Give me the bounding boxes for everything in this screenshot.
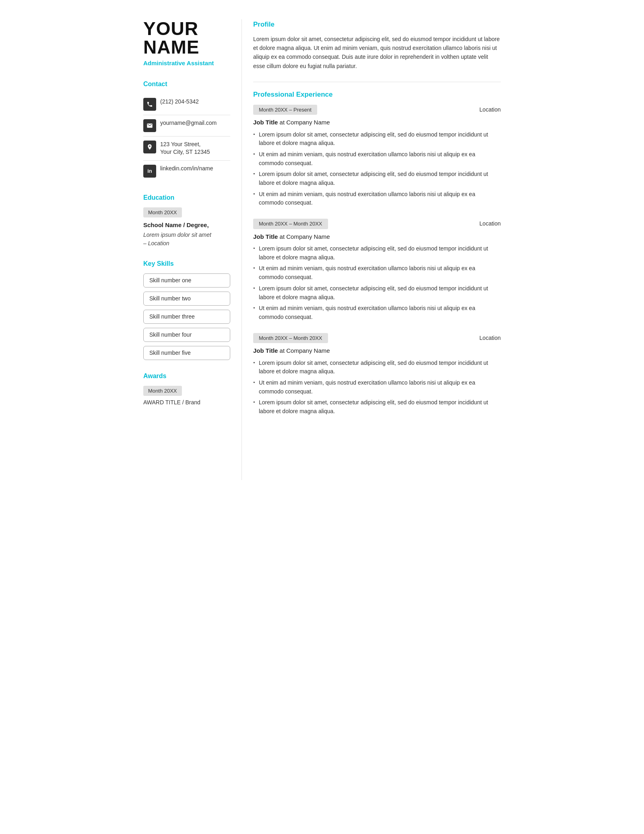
- right-column: Profile Lorem ipsum dolor sit amet, cons…: [242, 19, 515, 480]
- education-section-label: Education: [143, 193, 230, 203]
- address-text: 123 Your Street,Your City, ST 12345: [160, 141, 210, 156]
- exp-job-title-2: Job Title: [253, 233, 278, 240]
- bullet-2-1: Lorem ipsum dolor sit amet, consectetur …: [253, 244, 501, 262]
- awards-block: Month 20XX AWARD TITLE / Brand: [143, 386, 230, 407]
- email-icon: [143, 119, 156, 132]
- education-block: Month 20XX School Name / Degree, Lorem i…: [143, 207, 230, 248]
- contact-linkedin: in linkedin.com/in/name: [143, 161, 230, 182]
- exp-location-3: Location: [479, 334, 501, 342]
- contact-label: Contact: [143, 79, 230, 89]
- award-title: AWARD TITLE / Brand: [143, 398, 230, 407]
- linkedin-text: linkedin.com/in/name: [160, 165, 213, 173]
- exp-bullets-2: Lorem ipsum dolor sit amet, consectetur …: [253, 244, 501, 322]
- exp-job-line-3: Job Title at Company Name: [253, 346, 501, 356]
- exp-date-3: Month 20XX – Month 20XX: [253, 333, 328, 344]
- exp-location-2: Location: [479, 219, 501, 228]
- exp-header-3: Month 20XX – Month 20XX Location: [253, 333, 501, 344]
- contact-phone: (212) 204-5342: [143, 94, 230, 115]
- experience-section-label: Professional Experience: [253, 89, 501, 100]
- skill-4: Skill number four: [143, 328, 230, 342]
- linkedin-icon: in: [143, 165, 156, 178]
- contact-list: (212) 204-5342 yourname@gmail.com 12: [143, 94, 230, 182]
- exp-job-line-1: Job Title at Company Name: [253, 118, 501, 127]
- email-text: yourname@gmail.com: [160, 119, 217, 127]
- experience-entry-3: Month 20XX – Month 20XX Location Job Tit…: [253, 333, 501, 416]
- skill-2: Skill number two: [143, 292, 230, 306]
- exp-bullets-3: Lorem ipsum dolor sit amet, consectetur …: [253, 359, 501, 416]
- name-block: YOUR NAME Administrative Assistant: [143, 19, 230, 68]
- exp-job-title-3: Job Title: [253, 347, 278, 354]
- experience-entry-2: Month 20XX – Month 20XX Location Job Tit…: [253, 219, 501, 322]
- education-date: Month 20XX: [143, 207, 182, 218]
- exp-company-3: at Company Name: [280, 347, 330, 354]
- bullet-3-1: Lorem ipsum dolor sit amet, consectetur …: [253, 359, 501, 376]
- skill-1: Skill number one: [143, 273, 230, 288]
- exp-date-1: Month 20XX – Present: [253, 105, 317, 115]
- exp-header-1: Month 20XX – Present Location: [253, 105, 501, 115]
- name-display: YOUR NAME: [143, 19, 230, 56]
- bullet-2-2: Ut enim ad minim veniam, quis nostrud ex…: [253, 264, 501, 281]
- exp-company-1: at Company Name: [280, 119, 330, 126]
- bullet-3-2: Ut enim ad minim veniam, quis nostrud ex…: [253, 379, 501, 396]
- bullet-2-4: Ut enim ad minim veniam, quis nostrud ex…: [253, 304, 501, 321]
- location-icon: [143, 141, 156, 153]
- bullet-1-2: Ut enim ad minim veniam, quis nostrud ex…: [253, 150, 501, 168]
- skill-3: Skill number three: [143, 310, 230, 324]
- award-date: Month 20XX: [143, 386, 182, 396]
- phone-icon: [143, 98, 156, 111]
- contact-email: yourname@gmail.com: [143, 115, 230, 137]
- exp-bullets-1: Lorem ipsum dolor sit amet, consectetur …: [253, 130, 501, 208]
- education-desc: Lorem ipsum dolor sit amet– Location: [143, 231, 230, 248]
- exp-location-1: Location: [479, 106, 501, 114]
- profile-text: Lorem ipsum dolor sit amet, consectetur …: [253, 35, 501, 71]
- skills-list: Skill number one Skill number two Skill …: [143, 273, 230, 360]
- phone-text: (212) 204-5342: [160, 98, 199, 106]
- awards-section-label: Awards: [143, 371, 230, 381]
- bullet-1-3: Lorem ipsum dolor sit amet, consectetur …: [253, 170, 501, 187]
- resume-page: YOUR NAME Administrative Assistant Conta…: [129, 0, 515, 499]
- job-title: Administrative Assistant: [143, 59, 230, 68]
- bullet-2-3: Lorem ipsum dolor sit amet, consectetur …: [253, 284, 501, 302]
- bullet-1-1: Lorem ipsum dolor sit amet, consectetur …: [253, 130, 501, 148]
- exp-job-line-2: Job Title at Company Name: [253, 232, 501, 242]
- bullet-3-3: Lorem ipsum dolor sit amet, consectetur …: [253, 398, 501, 416]
- profile-section-label: Profile: [253, 19, 501, 30]
- divider-1: [253, 82, 501, 82]
- left-column: YOUR NAME Administrative Assistant Conta…: [129, 19, 242, 480]
- experience-entry-1: Month 20XX – Present Location Job Title …: [253, 105, 501, 208]
- skills-section-label: Key Skills: [143, 259, 230, 269]
- exp-header-2: Month 20XX – Month 20XX Location: [253, 219, 501, 229]
- exp-date-2: Month 20XX – Month 20XX: [253, 219, 328, 229]
- exp-company-2: at Company Name: [280, 233, 330, 240]
- contact-address: 123 Your Street,Your City, ST 12345: [143, 137, 230, 161]
- education-school: School Name / Degree,: [143, 221, 230, 230]
- bullet-1-4: Ut enim ad minim veniam, quis nostrud ex…: [253, 190, 501, 207]
- exp-job-title-1: Job Title: [253, 119, 278, 126]
- skill-5: Skill number five: [143, 346, 230, 360]
